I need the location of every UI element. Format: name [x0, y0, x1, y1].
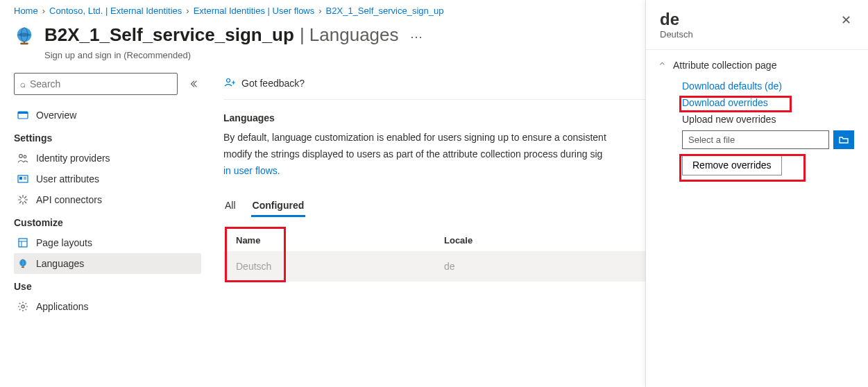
sidebar-item-languages[interactable]: Languages [14, 253, 201, 274]
svg-rect-12 [19, 239, 27, 247]
crumb-userflows[interactable]: External Identities | User flows [194, 6, 315, 16]
sidebar-section-settings: Settings [14, 126, 201, 148]
sidebar-item-page-layouts[interactable]: Page layouts [14, 232, 201, 253]
people-icon [17, 152, 29, 164]
svg-point-18 [22, 305, 24, 308]
file-select-input[interactable]: Select a file [682, 130, 829, 149]
crumb-current[interactable]: B2X_1_Self_service_sign_up [326, 6, 444, 16]
search-icon: ⌕ [20, 78, 26, 89]
panel-subtitle: Deutsch [660, 29, 693, 40]
svg-point-15 [19, 259, 26, 266]
globe-icon [14, 26, 35, 46]
remove-overrides-button[interactable]: Remove overrides [682, 155, 782, 175]
collapsible-label: Attribute collection page [673, 60, 776, 71]
sidebar-section-customize: Customize [14, 210, 201, 232]
cell-name: Deutsch [236, 261, 444, 272]
tab-configured[interactable]: Configured [251, 196, 306, 217]
chevron-right-icon: › [318, 6, 321, 16]
sidebar-item-label: Overview [36, 110, 76, 121]
svg-rect-5 [18, 112, 28, 114]
search-field[interactable] [30, 78, 171, 89]
sidebar-item-label: Page layouts [36, 237, 92, 248]
sidebar-item-label: Languages [36, 258, 84, 269]
globe-icon [17, 257, 29, 270]
panel-title: de [660, 10, 693, 29]
learn-more-link[interactable]: in user flows. [223, 165, 280, 176]
collapse-sidebar-button[interactable] [186, 76, 201, 92]
page-title: B2X_1_Self_service_sign_up [44, 24, 294, 46]
svg-rect-9 [19, 177, 22, 180]
api-connectors-icon [17, 194, 29, 206]
description-line2: modify the strings displayed to users as… [223, 148, 602, 160]
gear-icon [17, 300, 29, 313]
sidebar: ⌕ Overview Settings Identity providers [0, 67, 208, 387]
sidebar-item-overview[interactable]: Overview [14, 105, 201, 126]
close-button[interactable]: ✕ [838, 10, 854, 31]
search-input[interactable]: ⌕ [14, 73, 178, 95]
chevron-right-icon: › [186, 6, 189, 16]
crumb-home[interactable]: Home [14, 6, 38, 16]
sidebar-item-applications[interactable]: Applications [14, 296, 201, 317]
upload-label: Upload new overrides [682, 114, 854, 125]
sidebar-section-use: Use [14, 274, 201, 296]
column-header-name[interactable]: Name [236, 235, 444, 246]
collapsible-header[interactable]: ⌵ Attribute collection page [660, 60, 854, 71]
sidebar-item-api-connectors[interactable]: API connectors [14, 189, 201, 210]
feedback-icon [223, 77, 236, 89]
download-overrides-link[interactable]: Download overrides [682, 97, 854, 108]
user-attributes-icon [17, 173, 29, 185]
details-panel: de Deutsch ✕ ⌵ Attribute collection page… [645, 0, 868, 387]
svg-point-19 [227, 79, 230, 83]
chevron-right-icon: › [42, 6, 45, 16]
divider [646, 49, 868, 50]
page-layouts-icon [17, 237, 29, 249]
chevron-up-icon: ⌵ [660, 60, 665, 70]
download-defaults-link[interactable]: Download defaults (de) [682, 80, 854, 92]
sidebar-item-label: Identity providers [36, 153, 110, 164]
sidebar-item-label: User attributes [36, 173, 99, 184]
sidebar-item-identity-providers[interactable]: Identity providers [14, 148, 201, 169]
page-title-suffix: | Languages [300, 24, 399, 46]
crumb-org[interactable]: Contoso, Ltd. | External Identities [49, 6, 182, 16]
svg-point-7 [24, 155, 26, 158]
svg-rect-17 [22, 267, 24, 268]
sidebar-item-user-attributes[interactable]: User attributes [14, 169, 201, 189]
more-button[interactable]: ⋯ [405, 26, 428, 47]
folder-icon [838, 135, 849, 146]
svg-rect-3 [24, 41, 25, 43]
sidebar-item-label: API connectors [36, 194, 102, 205]
overview-icon [17, 109, 29, 121]
sidebar-item-label: Applications [36, 301, 89, 312]
browse-button[interactable] [833, 130, 854, 149]
feedback-text: Got feedback? [241, 78, 305, 89]
tab-all[interactable]: All [223, 196, 237, 217]
svg-point-6 [19, 155, 23, 158]
